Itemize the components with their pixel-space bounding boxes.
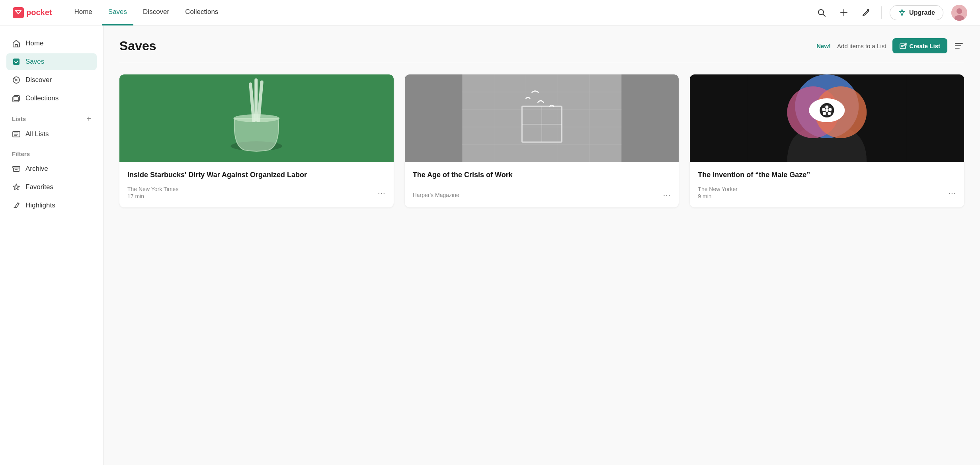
sidebar-item-archive[interactable]: Archive: [6, 160, 97, 177]
filters-section-label: Filters: [6, 144, 97, 159]
avatar[interactable]: [951, 5, 967, 21]
sidebar-item-discover-label: Discover: [25, 76, 52, 84]
nav-link-collections[interactable]: Collections: [179, 0, 225, 25]
search-icon: [817, 8, 826, 17]
create-list-icon: [900, 42, 907, 49]
svg-rect-35: [254, 78, 258, 121]
sidebar: Home Saves Discover Collections: [0, 25, 103, 465]
sidebar-item-favorites-label: Favorites: [25, 183, 53, 191]
card-title-gaze: The Invention of “the Male Gaze”: [698, 170, 956, 180]
topnav-left: pocket Home Saves Discover Collections: [13, 0, 225, 25]
card-more-button-crisis[interactable]: ···: [663, 190, 671, 199]
sidebar-item-collections[interactable]: Collections: [6, 90, 97, 107]
svg-point-57: [826, 106, 829, 109]
card-meta-crisis: Harper's Magazine: [413, 192, 459, 198]
sidebar-item-saves[interactable]: Saves: [6, 53, 97, 70]
card-source-gaze: The New Yorker: [698, 186, 738, 192]
card-more-button-gaze[interactable]: ···: [948, 188, 956, 197]
card-footer-gaze: The New Yorker 9 min ···: [698, 186, 956, 199]
card-gaze: The Invention of “the Male Gaze” The New…: [690, 74, 964, 207]
sidebar-item-home-label: Home: [25, 39, 43, 47]
svg-point-62: [826, 109, 829, 112]
main-header: Saves New! Add items to a List Create Li…: [119, 38, 964, 53]
sidebar-item-saves-label: Saves: [25, 58, 44, 66]
search-button[interactable]: [814, 6, 829, 20]
sidebar-item-highlights-label: Highlights: [25, 201, 55, 209]
svg-rect-9: [13, 59, 20, 65]
logo[interactable]: pocket: [13, 7, 52, 18]
all-lists-icon: [12, 130, 21, 139]
card-image-crisis: [405, 74, 679, 162]
card-body-gaze: The Invention of “the Male Gaze” The New…: [690, 162, 964, 207]
sidebar-item-highlights[interactable]: Highlights: [6, 197, 97, 214]
archive-icon: [12, 164, 21, 173]
nav-link-discover[interactable]: Discover: [137, 0, 176, 25]
svg-rect-13: [13, 97, 18, 102]
card-more-button-starbucks[interactable]: ···: [378, 188, 386, 197]
nav-links: Home Saves Discover Collections: [68, 0, 225, 25]
sidebar-item-all-lists-label: All Lists: [25, 130, 49, 138]
upgrade-button[interactable]: Upgrade: [890, 5, 943, 20]
card-meta-starbucks: The New York Times 17 min: [127, 186, 178, 199]
page-title: Saves: [119, 39, 156, 53]
svg-point-61: [822, 108, 826, 111]
add-to-list-text: Add items to a List: [837, 43, 886, 49]
logo-text: pocket: [26, 8, 52, 17]
svg-rect-8: [15, 45, 18, 47]
svg-point-59: [828, 112, 831, 115]
card-image-starbucks: [119, 74, 394, 162]
sidebar-item-all-lists[interactable]: All Lists: [6, 126, 97, 143]
highlights-icon: [12, 201, 21, 210]
sidebar-item-archive-label: Archive: [25, 165, 48, 173]
svg-rect-0: [13, 7, 24, 18]
discover-icon: [12, 76, 21, 84]
sort-button[interactable]: [954, 41, 964, 51]
svg-line-2: [823, 14, 826, 16]
pocket-logo-icon: [13, 7, 24, 18]
svg-rect-14: [14, 96, 20, 101]
topnav-right: Upgrade: [814, 5, 967, 21]
add-list-button[interactable]: +: [86, 115, 91, 123]
card-meta-gaze: The New Yorker 9 min: [698, 186, 738, 199]
svg-point-6: [957, 8, 962, 14]
card-crisis: The Age of the Crisis of Work Harper's M…: [405, 74, 679, 207]
card-body-crisis: The Age of the Crisis of Work Harper's M…: [405, 162, 679, 207]
create-list-button[interactable]: Create List: [892, 38, 947, 53]
card-image-gaze: [690, 74, 964, 162]
add-button[interactable]: [837, 6, 851, 20]
card-body-starbucks: Inside Starbucks' Dirty War Against Orga…: [119, 162, 394, 207]
main-header-right: New! Add items to a List Create List: [816, 38, 964, 53]
edit-button[interactable]: [859, 6, 873, 20]
card-source-crisis: Harper's Magazine: [413, 192, 459, 198]
upgrade-label: Upgrade: [909, 9, 935, 16]
favorites-icon: [12, 183, 21, 191]
new-badge: New!: [816, 43, 831, 49]
card-footer-crisis: Harper's Magazine ···: [413, 190, 671, 199]
app-body: Home Saves Discover Collections: [0, 25, 980, 465]
card-title-starbucks: Inside Starbucks' Dirty War Against Orga…: [127, 170, 386, 180]
nav-link-home[interactable]: Home: [68, 0, 98, 25]
home-icon: [12, 39, 21, 48]
sidebar-item-home[interactable]: Home: [6, 35, 97, 52]
svg-rect-19: [13, 166, 20, 168]
topnav: pocket Home Saves Discover Collections: [0, 0, 980, 25]
avatar-icon: [951, 5, 967, 21]
sidebar-item-collections-label: Collections: [25, 94, 59, 102]
card-starbucks: Inside Starbucks' Dirty War Against Orga…: [119, 74, 394, 207]
nav-divider: [881, 6, 882, 19]
card-source-starbucks: The New York Times: [127, 186, 178, 192]
saves-icon: [12, 57, 21, 66]
collections-icon: [12, 94, 21, 103]
gaze-illustration: [690, 74, 964, 162]
lists-section-label: Lists +: [6, 108, 97, 124]
pencil-icon: [862, 8, 871, 17]
sidebar-item-favorites[interactable]: Favorites: [6, 179, 97, 195]
starbucks-illustration: [119, 74, 394, 162]
create-list-label: Create List: [909, 43, 940, 49]
nav-link-saves[interactable]: Saves: [102, 0, 133, 25]
sidebar-item-discover[interactable]: Discover: [6, 72, 97, 88]
cards-grid: Inside Starbucks' Dirty War Against Orga…: [119, 74, 964, 207]
plus-icon: [839, 8, 848, 17]
svg-point-11: [16, 79, 17, 81]
main-content: Saves New! Add items to a List Create Li…: [103, 25, 980, 465]
